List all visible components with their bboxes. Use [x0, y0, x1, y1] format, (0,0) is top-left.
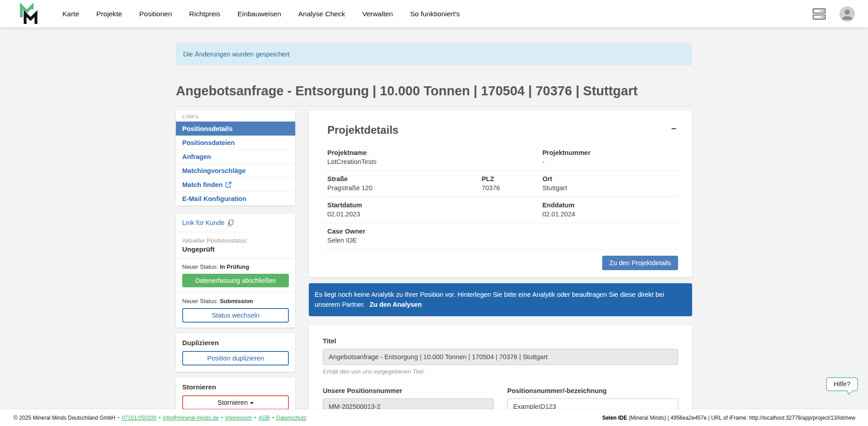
save-success-alert: Die Änderungen wurden gespeichert	[176, 43, 692, 66]
sidebar-item-positionsdetails[interactable]: Positionsdetails	[176, 122, 295, 136]
field-value: Selen IDE	[327, 237, 678, 244]
to-project-details-button[interactable]: Zu den Projektdetails	[602, 256, 678, 270]
duplicate-card: Duplizieren Position duplizieren	[176, 333, 295, 372]
field-value: 02.01.2024	[542, 211, 678, 218]
current-status-label: Aktueller Positionsstatus:	[182, 237, 289, 244]
external-link-icon	[225, 182, 231, 188]
nav-item-so-funktionierts[interactable]: So funktioniert's	[410, 10, 460, 18]
project-row: Projektname LotCreationTests Projektnumm…	[323, 145, 678, 171]
field-value: 02.01.2023	[327, 211, 542, 218]
logo-icon	[18, 3, 42, 25]
field-label: Startdatum	[327, 201, 542, 209]
sidebar-item-label: Match finden	[182, 181, 222, 188]
main-content: Die Änderungen wurden gespeichert Angebo…	[176, 43, 692, 426]
field-value: LotCreationTests	[327, 158, 542, 165]
sidebar-item-match-finden[interactable]: Match finden	[176, 178, 295, 192]
current-status-value: Ungeprüft	[182, 245, 289, 253]
field-label: Projektname	[327, 149, 542, 156]
agb-link[interactable]: AGB	[258, 415, 269, 421]
alert-message: Die Änderungen wurden gespeichert	[183, 51, 289, 58]
field-value: 70376	[481, 184, 542, 192]
project-row: Straße Pragstraße 120 PLZ 70376 Ort Stut…	[323, 171, 678, 197]
footer: © 2025 Mineral Minds Deutschland GmbH • …	[0, 409, 868, 426]
our-number-label: Unsere Positionsnummer	[323, 387, 494, 394]
email-link[interactable]: info@mineral-minds.de	[163, 415, 219, 421]
field-label: Ort	[542, 175, 678, 183]
position-number-label: Positionsnummer/-bezeichnung	[507, 387, 678, 394]
main-panel: Projektdetails – Projektname LotCreation…	[309, 110, 692, 426]
separator: •	[254, 415, 256, 421]
separator: •	[272, 415, 274, 421]
session-details: (Mineral Minds) | 4956ea2e457e | URL of …	[627, 415, 855, 421]
server-icon[interactable]	[811, 7, 827, 21]
duplicate-title: Duplizieren	[182, 339, 289, 346]
collapse-icon[interactable]: –	[670, 124, 678, 132]
switch-status-button[interactable]: Status wechseln	[182, 308, 289, 323]
new-status-2-label: Neuer Status:	[182, 298, 218, 304]
analytics-message: Es liegt noch keine Analytik zu Ihrer Po…	[315, 291, 664, 308]
impressum-link[interactable]: Impressum	[225, 415, 252, 421]
links-card: LINKS Positionsdetails Positionsdateien …	[176, 110, 295, 206]
project-row: Case Owner Selen IDE	[323, 223, 678, 249]
customer-link-label: Link für Kunde	[182, 219, 225, 226]
new-status-1: Neuer Status: In Prüfung	[182, 263, 289, 270]
project-details-card: Projektdetails – Projektname LotCreation…	[309, 110, 692, 277]
project-details-title: Projektdetails	[327, 124, 398, 136]
field-label: Case Owner	[327, 228, 678, 235]
sidebar-item-positionsdateien[interactable]: Positionsdateien	[176, 136, 295, 150]
user-avatar[interactable]	[839, 7, 855, 21]
sidebar-item-anfragen[interactable]: Anfragen	[176, 150, 295, 164]
field-label: Enddatum	[542, 201, 678, 209]
sidebar-item-label: Matchingvorschläge	[182, 167, 245, 174]
caret-down-icon	[250, 402, 254, 404]
session-user: Selen IDE	[602, 415, 627, 421]
nav-item-karte[interactable]: Karte	[62, 10, 79, 18]
nav-item-richtpreis[interactable]: Richtpreis	[189, 10, 220, 18]
help-button-label: Hilfe?	[834, 380, 850, 388]
sidebar-item-label: E-Mail Konfiguration	[182, 195, 246, 202]
new-status-1-label: Neuer Status:	[182, 263, 218, 270]
separator: •	[159, 415, 160, 421]
cancel-position-button[interactable]: Stornieren	[182, 395, 289, 410]
sidebar-item-label: Positionsdetails	[182, 125, 232, 132]
field-value: -	[542, 158, 678, 165]
sidebar-item-matchingvorschlaege[interactable]: Matchingvorschläge	[176, 164, 295, 178]
main-nav: Karte Projekte Positionen Richtpreis Ein…	[62, 10, 460, 18]
field-label: Straße	[327, 175, 481, 183]
footer-left: © 2025 Mineral Minds Deutschland GmbH • …	[14, 415, 307, 421]
nav-item-verwalten[interactable]: Verwalten	[362, 10, 393, 18]
title-field-help: Erhält den von uns vorgegebenen Titel.	[323, 368, 678, 375]
sidebar-item-label: Positionsdateien	[182, 139, 235, 146]
copyright-text: © 2025 Mineral Minds Deutschland GmbH	[14, 415, 115, 421]
phone-link[interactable]: 07151/250100	[122, 415, 156, 421]
new-status-1-value: In Prüfung	[220, 263, 249, 270]
title-field-group: Titel Erhält den von uns vorgegebenen Ti…	[323, 337, 678, 375]
nav-item-einbauweisen[interactable]: Einbauweisen	[237, 10, 281, 18]
mineral-minds-logo[interactable]	[18, 3, 42, 25]
sidebar-item-email-konfiguration[interactable]: E-Mail Konfiguration	[176, 192, 295, 206]
datenschutz-link[interactable]: Datenschutz	[276, 415, 307, 421]
finish-data-entry-button[interactable]: Datenerfassung abschließen	[182, 274, 289, 287]
to-analyses-link[interactable]: Zu den Analysen	[369, 301, 421, 308]
field-label: PLZ	[481, 175, 542, 183]
project-row: Startdatum 02.01.2023 Enddatum 02.01.202…	[323, 197, 678, 223]
field-value: Pragstraße 120	[327, 184, 481, 192]
help-button[interactable]: Hilfe?	[826, 377, 858, 391]
field-label: Projektnummer	[542, 149, 678, 156]
duplicate-position-button[interactable]: Position duplizieren	[182, 351, 289, 365]
session-info: Selen IDE (Mineral Minds) | 4956ea2e457e…	[602, 415, 855, 421]
cancel-button-label: Stornieren	[217, 399, 248, 406]
status-card: Link für Kunde Aktueller Positionsstatus…	[176, 214, 295, 328]
separator: •	[118, 415, 119, 421]
page-title: Angebotsanfrage - Entsorgung | 10.000 To…	[176, 84, 692, 106]
nav-item-projekte[interactable]: Projekte	[96, 10, 122, 18]
nav-item-analyse-check[interactable]: Analyse Check	[298, 10, 345, 18]
links-header: LINKS	[176, 110, 295, 122]
field-value: Stuttgart	[542, 184, 678, 192]
top-navbar: Karte Projekte Positionen Richtpreis Ein…	[0, 0, 868, 28]
analytics-banner: Es liegt noch keine Analytik zu Ihrer Po…	[309, 283, 692, 316]
nav-item-positionen[interactable]: Positionen	[139, 10, 172, 18]
copy-icon	[227, 220, 234, 226]
new-status-2: Neuer Status: Submission	[182, 298, 289, 304]
customer-link[interactable]: Link für Kunde	[182, 219, 234, 226]
